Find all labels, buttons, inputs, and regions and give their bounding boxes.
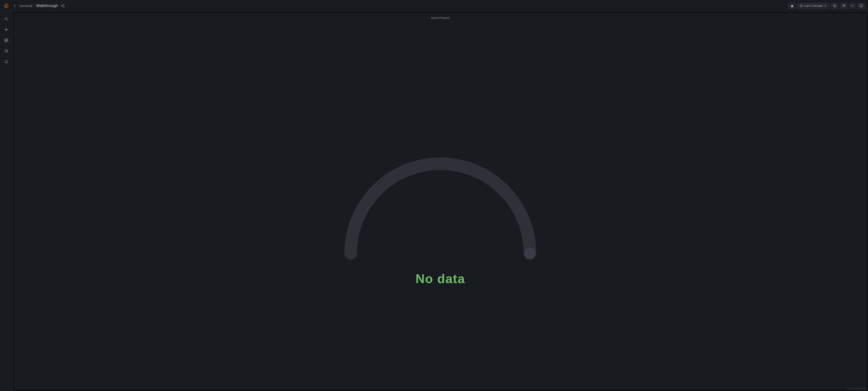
- breadcrumb: General / Walkthrough: [20, 4, 58, 8]
- settings-button[interactable]: [788, 3, 796, 9]
- svg-point-2: [63, 6, 64, 7]
- svg-line-8: [835, 6, 836, 7]
- svg-line-4: [62, 5, 63, 5]
- breadcrumb-parent[interactable]: General: [20, 4, 32, 8]
- breadcrumb-current: Walkthrough: [36, 4, 58, 8]
- svg-rect-10: [860, 5, 862, 6]
- time-range-label: Last 5 minutes: [804, 4, 823, 7]
- watermark: CSDN @codetow: [847, 387, 866, 390]
- no-data-label: No data: [415, 272, 465, 286]
- header: General / Walkthrough Last 5: [0, 0, 868, 12]
- breadcrumb-separator: /: [34, 4, 35, 8]
- svg-point-1: [63, 4, 64, 5]
- header-left: General / Walkthrough: [3, 2, 66, 9]
- main-layout: Spend Report No data: [0, 12, 868, 391]
- time-range-button[interactable]: Last 5 minutes: [797, 3, 829, 9]
- back-button[interactable]: [11, 3, 18, 9]
- sidebar-item-search[interactable]: [2, 15, 11, 23]
- grafana-logo: [3, 2, 10, 9]
- share-button[interactable]: [60, 3, 66, 9]
- tv-mode-button[interactable]: [857, 3, 865, 9]
- zoom-out-button[interactable]: [831, 3, 838, 9]
- content-area: Spend Report No data: [12, 12, 868, 391]
- gauge-chart: [331, 142, 549, 268]
- svg-rect-17: [5, 39, 6, 40]
- sidebar-item-explore[interactable]: [2, 47, 11, 55]
- svg-point-3: [61, 5, 62, 6]
- svg-rect-18: [6, 39, 8, 40]
- header-right: Last 5 minutes: [788, 3, 865, 9]
- panel-title: Spend Report: [431, 14, 450, 21]
- svg-rect-20: [6, 40, 8, 42]
- refresh-dropdown-button[interactable]: [849, 3, 856, 8]
- svg-line-14: [7, 20, 8, 20]
- svg-rect-19: [5, 40, 6, 42]
- gauge-container: No data: [15, 21, 866, 389]
- sidebar-item-alerting[interactable]: [2, 57, 11, 66]
- refresh-button[interactable]: [840, 3, 848, 9]
- sidebar-item-add[interactable]: [2, 25, 11, 34]
- spend-report-panel: Spend Report No data: [14, 13, 866, 389]
- sidebar-item-dashboards[interactable]: [2, 36, 11, 45]
- sidebar: [0, 12, 12, 391]
- svg-line-5: [62, 6, 63, 6]
- svg-marker-22: [6, 50, 7, 52]
